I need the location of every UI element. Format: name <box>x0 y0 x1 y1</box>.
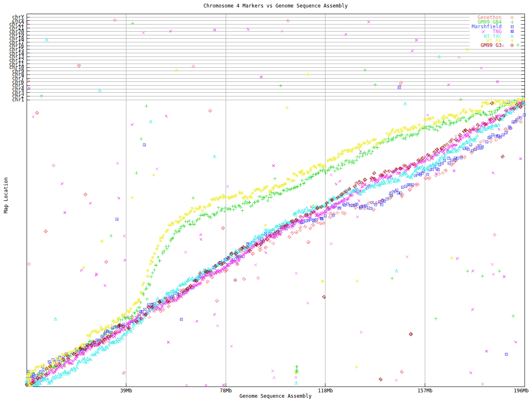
legend-marker-dot <box>512 17 512 18</box>
x-tick-label-157Mb: 157Mb <box>417 388 432 394</box>
y-tick-label-chr1: chr1 <box>12 97 24 103</box>
series-markers-gm99-gb4 <box>25 22 526 387</box>
series-markers-wi-yac <box>25 38 524 387</box>
legend-marker-wi-rh <box>510 39 514 42</box>
series-gm99-gb4 <box>25 22 526 387</box>
x-tick-label-118Mb: 118Mb <box>318 388 333 394</box>
legend-marker-dot <box>512 36 512 37</box>
legend-marker-dot <box>512 45 512 46</box>
chart-root: chrYchrXchr22chr21chr20chr19chr18chr17ch… <box>0 0 532 399</box>
x-tick-label-196Mb: 196Mb <box>514 388 529 394</box>
chart-canvas: chrYchrXchr22chr21chr20chr19chr18chr17ch… <box>0 0 532 399</box>
series-tng <box>26 21 525 387</box>
legend-marker-dot <box>512 26 512 27</box>
series-markers-tng <box>26 21 525 387</box>
x-axis-label: Genome Sequence Assembly <box>27 393 525 399</box>
series-marker-dots-genethon <box>27 20 521 380</box>
chart-title: Chromosome 4 Markers vs Genome Sequence … <box>27 3 525 9</box>
series-wi-yac <box>25 38 524 387</box>
series-marker-dots-marshfield <box>26 31 525 384</box>
y-axis-label: Map Location <box>3 177 9 214</box>
x-tick-label-78Mb: 78Mb <box>220 388 232 394</box>
x-tick-label-39Mb: 39Mb <box>120 388 132 394</box>
